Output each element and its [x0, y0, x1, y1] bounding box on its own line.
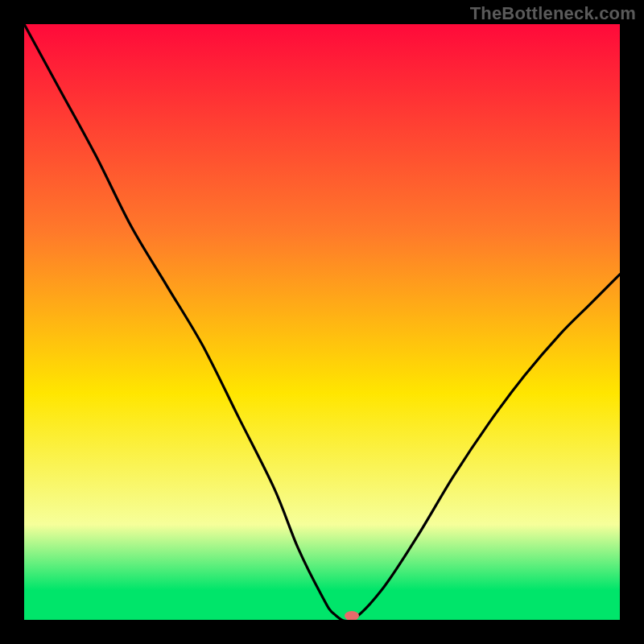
- chart-svg: [24, 24, 620, 620]
- plot-area: [24, 24, 620, 620]
- gradient-rect: [24, 24, 620, 620]
- watermark-text: TheBottleneck.com: [470, 3, 636, 24]
- chart-root: TheBottleneck.com: [0, 0, 644, 644]
